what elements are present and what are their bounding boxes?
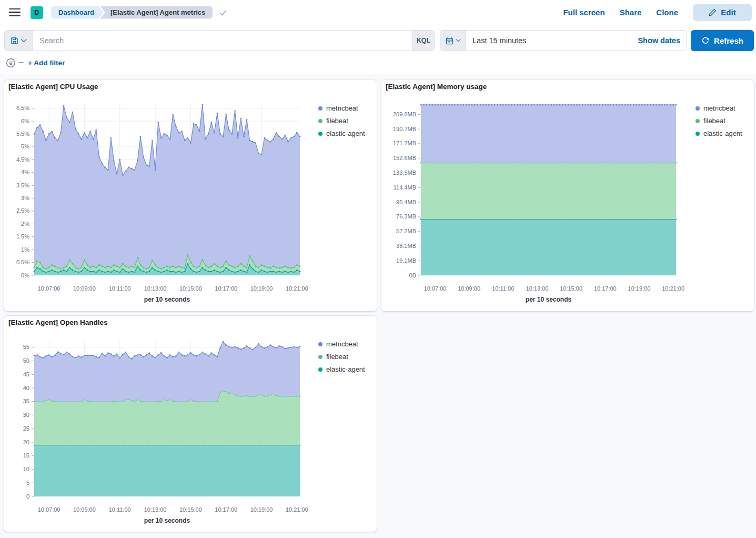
date-quick-menu-button[interactable] [440,31,466,51]
legend-item-filebeat[interactable]: filebeat [318,117,365,125]
filter-menu-icon[interactable] [6,58,16,68]
legend-dot-icon [318,355,322,359]
add-filter-button[interactable]: + Add filter [28,59,65,67]
svg-text:10:07:00: 10:07:00 [38,506,61,513]
filter-bar: + Add filter [0,55,65,70]
svg-text:1.5%: 1.5% [16,233,29,240]
svg-text:4%: 4% [21,169,29,175]
legend-item-elastic-agent[interactable]: elastic-agent [695,129,742,137]
refresh-button[interactable]: Refresh [691,30,754,51]
legend-dot-icon [318,342,322,346]
breadcrumb-dashboard[interactable]: Dashboard [51,6,104,19]
svg-text:152.6MB: 152.6MB [393,155,416,161]
refresh-icon [701,36,710,45]
svg-text:171.7MB: 171.7MB [393,140,416,146]
dashboard-grid: [Elastic Agent] CPU Usage 10:07:0010:09:… [0,74,756,538]
svg-text:10:15:00: 10:15:00 [179,506,202,513]
panel-open-handles: [Elastic Agent] Open Handles 10:07:0010:… [4,316,377,532]
svg-text:per 10 seconds: per 10 seconds [526,296,572,303]
chart-legend: metricbeatfilebeatelastic-agent [318,104,365,137]
legend-item-metricbeat[interactable]: metricbeat [318,104,365,112]
svg-text:0: 0 [26,493,29,500]
svg-text:10:11:00: 10:11:00 [109,285,131,292]
full-screen-button[interactable]: Full screen [563,8,604,17]
legend-dot-icon [695,106,700,111]
query-toolbar: KQL Last 15 minutes Show dates Ref [0,26,756,74]
svg-text:10:17:00: 10:17:00 [594,285,617,292]
edit-button[interactable]: Edit [693,4,752,21]
svg-text:40: 40 [23,385,29,391]
svg-text:10:21:00: 10:21:00 [286,285,308,292]
share-button[interactable]: Share [620,8,642,17]
svg-text:25: 25 [23,425,29,432]
panel-memory-usage: [Elastic Agent] Memory usage 10:07:0010:… [381,80,754,311]
svg-text:3%: 3% [21,195,29,201]
svg-text:1%: 1% [21,246,29,253]
svg-text:5.5%: 5.5% [16,131,29,137]
svg-text:19.1MB: 19.1MB [396,257,416,264]
panel-title: [Elastic Agent] CPU Usage [8,83,98,91]
legend-label: metricbeat [326,104,358,112]
legend-item-elastic-agent[interactable]: elastic-agent [318,365,365,373]
legend-dot-icon [318,367,322,372]
date-picker: Last 15 minutes Show dates [440,30,687,51]
svg-text:10:19:00: 10:19:00 [250,506,273,513]
filter-divider [19,62,24,63]
kql-button[interactable]: KQL [412,31,434,51]
space-avatar[interactable]: D [31,6,43,19]
svg-text:35: 35 [23,398,29,404]
svg-text:per 10 seconds: per 10 seconds [144,296,190,303]
legend-item-filebeat[interactable]: filebeat [318,353,365,361]
show-dates-button[interactable]: Show dates [631,31,687,51]
svg-text:10:13:00: 10:13:00 [526,285,549,292]
clone-button[interactable]: Clone [656,8,678,17]
svg-text:10:17:00: 10:17:00 [215,506,237,513]
legend-label: filebeat [326,353,348,361]
svg-text:57.2MB: 57.2MB [396,228,416,234]
kibana-dashboard-page: { "header": { "space_badge": "D", "bread… [0,0,756,538]
legend-item-metricbeat[interactable]: metricbeat [695,104,742,112]
pencil-icon [709,8,717,16]
svg-text:10:17:00: 10:17:00 [215,285,237,292]
svg-text:6%: 6% [21,118,29,124]
legend-item-metricbeat[interactable]: metricbeat [318,340,365,348]
svg-text:20: 20 [23,439,29,445]
svg-text:15: 15 [23,452,29,459]
svg-text:190.7MB: 190.7MB [393,126,416,132]
breadcrumb-current-dashboard: [Elastic Agent] Agent metrics [100,6,213,19]
svg-text:76.3MB: 76.3MB [396,213,416,220]
chart-legend: metricbeatfilebeatelastic-agent [695,104,742,137]
svg-text:0%: 0% [21,272,29,278]
svg-text:95.4MB: 95.4MB [396,199,416,205]
top-header: D Dashboard [Elastic Agent] Agent metric… [0,0,756,25]
legend-item-elastic-agent[interactable]: elastic-agent [318,129,365,137]
svg-text:50: 50 [23,357,29,364]
time-range-value[interactable]: Last 15 minutes [466,31,631,51]
save-query-icon [11,37,18,45]
saved-query-menu-button[interactable] [5,31,33,51]
search-input[interactable] [33,31,412,51]
search-bar: KQL [4,30,435,51]
refresh-button-label: Refresh [714,36,743,45]
svg-text:10:09:00: 10:09:00 [73,506,96,513]
svg-text:5%: 5% [21,143,29,150]
svg-text:per 10 seconds: per 10 seconds [144,517,190,524]
menu-icon[interactable] [9,8,21,17]
legend-item-filebeat[interactable]: filebeat [695,117,742,125]
svg-text:10:09:00: 10:09:00 [458,285,480,292]
legend-dot-icon [318,119,322,123]
legend-label: metricbeat [703,104,735,112]
svg-text:10:21:00: 10:21:00 [662,285,684,292]
svg-text:55: 55 [23,344,29,350]
svg-text:4.5%: 4.5% [16,156,29,163]
svg-text:45: 45 [23,371,29,377]
svg-text:10:13:00: 10:13:00 [144,285,167,292]
svg-text:3.5%: 3.5% [16,182,29,188]
svg-text:10:15:00: 10:15:00 [179,285,202,292]
panel-title: [Elastic Agent] Open Handles [8,318,108,326]
svg-text:10: 10 [23,466,29,472]
calendar-icon [446,37,453,45]
svg-text:10:19:00: 10:19:00 [250,285,273,292]
legend-label: filebeat [326,117,348,125]
panel-cpu-usage: [Elastic Agent] CPU Usage 10:07:0010:09:… [4,80,377,311]
